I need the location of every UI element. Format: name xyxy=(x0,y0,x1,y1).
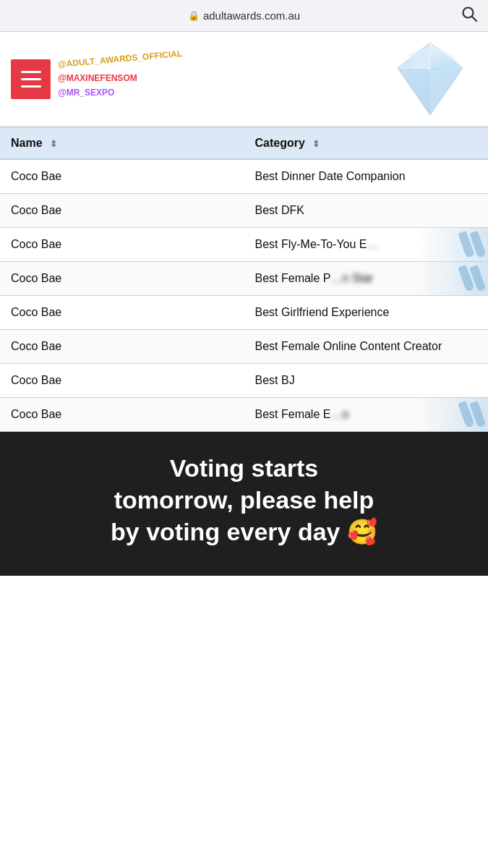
handle-mr-sexpo: @MR_SEXPO xyxy=(58,86,383,100)
handle-adult-awards: @ADULT_AWARDS_OFFICIAL xyxy=(57,30,382,72)
table-row: Coco BaeBest Female P…n Star xyxy=(0,262,488,296)
browser-bar: 🔒 adultawards.com.au xyxy=(0,0,488,32)
menu-line-3 xyxy=(21,85,41,88)
site-header: @ADULT_AWARDS_OFFICIAL @MAXINEFENSOM @MR… xyxy=(0,32,488,127)
name-sort-icon[interactable]: ⇕ xyxy=(50,139,57,149)
name-cell: Coco Bae xyxy=(0,159,244,194)
table-row: Coco BaeBest Female Online Content Creat… xyxy=(0,330,488,364)
table-row: Coco BaeBest Girlfriend Experience xyxy=(0,296,488,330)
nominations-table: Name ⇕ Category ⇕ Coco BaeBest Dinner Da… xyxy=(0,128,488,432)
url-text: adultawards.com.au xyxy=(203,9,300,22)
name-cell: Coco Bae xyxy=(0,330,244,364)
name-cell: Coco Bae xyxy=(0,194,244,228)
category-cell: Best Girlfriend Experience xyxy=(244,296,489,330)
category-cell: Best Female P…n Star xyxy=(244,262,489,296)
name-cell: Coco Bae xyxy=(0,364,244,398)
category-cell: Best Dinner Date Companion xyxy=(244,159,489,194)
overlay-text: Voting starts tomorrow, please help by v… xyxy=(22,452,466,548)
table-header-row: Name ⇕ Category ⇕ xyxy=(0,128,488,159)
handle-maxine: @MAXINEFENSOM xyxy=(58,72,383,85)
menu-line-1 xyxy=(21,71,41,73)
table-row: Coco BaeBest DFK xyxy=(0,194,488,228)
category-column-header[interactable]: Category ⇕ xyxy=(244,128,489,159)
voting-overlay: Voting starts tomorrow, please help by v… xyxy=(0,432,488,576)
category-cell: Best Fly-Me-To-You E… xyxy=(244,228,489,262)
lock-icon: 🔒 xyxy=(188,10,200,21)
category-cell: Best BJ xyxy=(244,364,489,398)
svg-line-1 xyxy=(472,17,476,21)
table-row: Coco BaeBest BJ xyxy=(0,364,488,398)
category-cell: Best DFK xyxy=(244,194,489,228)
table-row: Coco BaeBest Fly-Me-To-You E… xyxy=(0,228,488,262)
name-cell: Coco Bae xyxy=(0,398,244,432)
name-cell: Coco Bae xyxy=(0,228,244,262)
name-column-header[interactable]: Name ⇕ xyxy=(0,128,244,159)
search-button[interactable] xyxy=(461,6,477,25)
table-row: Coco BaeBest Female E…o xyxy=(0,398,488,432)
diamond-logo xyxy=(383,39,477,119)
social-handles: @ADULT_AWARDS_OFFICIAL @MAXINEFENSOM @MR… xyxy=(51,58,383,100)
nominations-table-container: Name ⇕ Category ⇕ Coco BaeBest Dinner Da… xyxy=(0,127,488,432)
svg-marker-5 xyxy=(398,68,430,115)
name-cell: Coco Bae xyxy=(0,296,244,330)
category-cell: Best Female Online Content Creator xyxy=(244,330,489,364)
name-cell: Coco Bae xyxy=(0,262,244,296)
menu-button[interactable] xyxy=(11,59,51,99)
svg-marker-6 xyxy=(430,68,463,115)
category-sort-icon[interactable]: ⇕ xyxy=(312,139,320,149)
menu-line-2 xyxy=(21,78,41,80)
category-cell: Best Female E…o xyxy=(244,398,489,432)
svg-marker-7 xyxy=(408,46,463,68)
table-row: Coco BaeBest Dinner Date Companion xyxy=(0,159,488,194)
url-area: 🔒 adultawards.com.au xyxy=(188,9,300,22)
